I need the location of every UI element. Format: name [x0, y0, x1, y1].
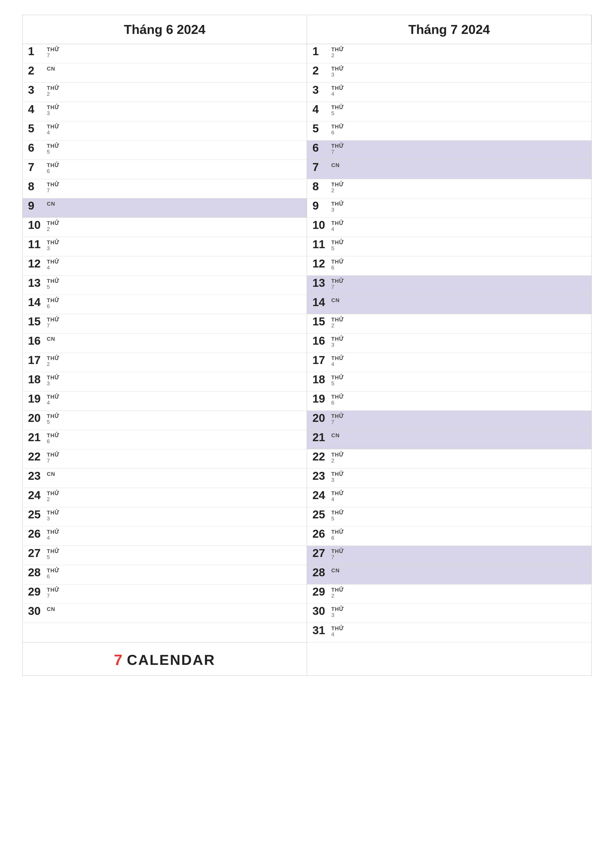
day-thu: THỨ: [47, 452, 59, 458]
day-number: 4: [28, 104, 45, 115]
day-week: 3: [47, 381, 59, 386]
day-week: 2: [47, 226, 59, 232]
day-info: THỨ7: [47, 452, 59, 464]
day-thu: THỨ: [331, 355, 344, 361]
day-thu: THỨ: [47, 510, 59, 516]
june-day-7: 7THỨ6: [23, 160, 307, 179]
day-week: 6: [331, 535, 344, 541]
day-info: THỨ2: [331, 587, 344, 599]
day-info: THỨ7: [331, 278, 344, 290]
day-info: THỨ3: [47, 510, 59, 522]
july-day-4: 4THỨ5: [307, 102, 591, 121]
day-info: THỨ3: [331, 606, 344, 618]
day-number: 21: [28, 431, 45, 443]
day-info: THỨ3: [331, 201, 344, 213]
day-thu: THỨ: [47, 548, 59, 554]
july-day-3: 3THỨ4: [307, 83, 591, 102]
day-number: 5: [312, 123, 330, 134]
july-day-14: 14CN: [307, 295, 591, 314]
june-day-30: 30CN: [23, 604, 307, 623]
june-day-16: 16CN: [23, 333, 307, 353]
day-week: 5: [47, 284, 59, 290]
day-thu: CN: [47, 471, 55, 477]
calendar-icon: 7: [114, 652, 122, 668]
july-day-10: 10THỨ4: [307, 218, 591, 237]
day-thu: CN: [331, 162, 340, 168]
day-week: 4: [331, 361, 344, 367]
calendar-grid: Tháng 6 2024Tháng 7 20241THỨ72CN3THỨ24TH…: [23, 15, 591, 676]
june-day-22: 22THỨ7: [23, 450, 307, 469]
day-thu: THỨ: [47, 317, 59, 322]
day-thu: CN: [47, 336, 55, 342]
day-week: 4: [47, 400, 59, 406]
day-week: 2: [331, 188, 344, 194]
day-number: 28: [312, 567, 330, 578]
day-info: THỨ4: [47, 124, 59, 136]
day-thu: THỨ: [47, 278, 59, 284]
day-thu: THỨ: [331, 529, 344, 535]
day-number: 12: [28, 258, 45, 269]
day-thu: THỨ: [47, 124, 59, 130]
june-day-29: 29THỨ7: [23, 584, 307, 604]
day-thu: THỨ: [47, 567, 59, 574]
day-thu: THỨ: [47, 240, 59, 245]
day-thu: THỨ: [331, 201, 344, 207]
july-day-6: 6THỨ7: [307, 141, 591, 160]
day-week: 4: [47, 130, 59, 136]
day-info: THỨ2: [47, 490, 59, 502]
day-number: 22: [312, 451, 330, 462]
day-week: 2: [47, 91, 59, 97]
june-day-14: 14THỨ6: [23, 295, 307, 314]
june-day-1: 1THỨ7: [23, 44, 307, 64]
day-number: 6: [312, 142, 330, 153]
day-number: 11: [312, 239, 330, 250]
day-info: THỨ6: [331, 394, 344, 406]
june-day-27: 27THỨ5: [23, 546, 307, 565]
day-info: THỨ4: [47, 529, 59, 541]
day-thu: THỨ: [331, 336, 344, 342]
day-thu: THỨ: [47, 46, 59, 53]
day-info: THỨ6: [331, 259, 344, 271]
day-number: 24: [312, 490, 330, 501]
day-info: CN: [47, 201, 55, 207]
july-day-12: 12THỨ6: [307, 256, 591, 276]
day-thu: THỨ: [331, 124, 344, 130]
june-day-4: 4THỨ3: [23, 102, 307, 121]
month-header-2: Tháng 7 2024: [307, 15, 591, 44]
july-day-18: 18THỨ5: [307, 372, 591, 391]
june-day-11: 11THỨ3: [23, 237, 307, 256]
day-info: THỨ4: [47, 394, 59, 406]
july-day-11: 11THỨ5: [307, 237, 591, 256]
day-week: 4: [47, 535, 59, 541]
day-week: 3: [331, 477, 344, 483]
day-week: 3: [331, 612, 344, 618]
day-thu: THỨ: [47, 355, 59, 361]
july-day-19: 19THỨ6: [307, 391, 591, 411]
day-thu: THỨ: [331, 375, 344, 381]
day-number: 10: [28, 219, 45, 231]
july-day-24: 24THỨ4: [307, 488, 591, 507]
day-number: 10: [312, 219, 330, 231]
day-info: THỨ3: [47, 240, 59, 251]
day-thu: THỨ: [331, 46, 344, 53]
day-thu: THỨ: [47, 162, 59, 168]
day-info: THỨ7: [47, 317, 59, 329]
day-week: 7: [331, 554, 344, 560]
day-number: 29: [312, 586, 330, 597]
month-col-june: 1THỨ72CN3THỨ24THỨ35THỨ46THỨ57THỨ68THỨ79C…: [23, 44, 307, 676]
day-number: 4: [312, 104, 330, 115]
day-number: 3: [28, 84, 45, 96]
day-week: 4: [331, 631, 344, 637]
day-week: 5: [331, 516, 344, 522]
day-week: 2: [47, 361, 59, 367]
day-number: 13: [312, 277, 330, 288]
day-number: 25: [312, 509, 330, 520]
day-week: 3: [331, 72, 344, 78]
day-week: 4: [331, 226, 344, 232]
june-day-18: 18THỨ3: [23, 372, 307, 391]
day-thu: THỨ: [331, 181, 344, 188]
day-number: 8: [28, 181, 45, 192]
day-number: 27: [28, 547, 45, 559]
july-day-15: 15THỨ2: [307, 314, 591, 333]
day-info: THỨ7: [331, 413, 344, 425]
